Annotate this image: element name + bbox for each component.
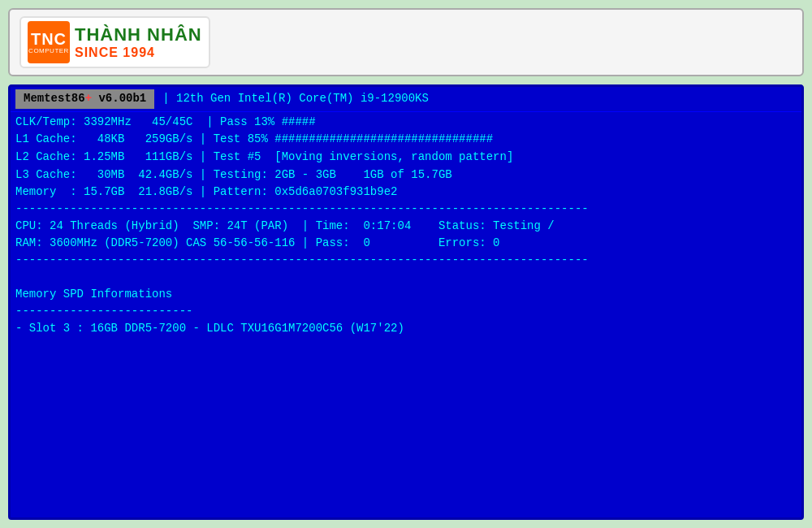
terminal-spd-title: Memory SPD Informations bbox=[15, 286, 797, 304]
terminal-title-right: | 12th Gen Intel(R) Core(TM) i9-12900KS bbox=[154, 89, 437, 109]
brand-name: THÀNH NHÂN bbox=[75, 24, 202, 45]
terminal-line-clk: CLK/Temp: 3392MHz 45/45C | Pass 13% ####… bbox=[15, 114, 797, 132]
terminal-divider-1: ----------------------------------------… bbox=[15, 201, 797, 218]
brand-text: THÀNH NHÂN SINCE 1994 bbox=[75, 24, 202, 60]
outer-wrapper: TNC COMPUTER THÀNH NHÂN SINCE 1994 Memte… bbox=[0, 0, 812, 528]
terminal-line-l2: L2 Cache: 1.25MB 111GB/s | Test #5 [Movi… bbox=[15, 149, 797, 167]
terminal-spd-divider: -------------------------- bbox=[15, 304, 797, 320]
terminal-line-l1: L1 Cache: 48KB 259GB/s | Test 85% ######… bbox=[15, 131, 797, 149]
computer-text: COMPUTER bbox=[28, 48, 69, 55]
terminal-body: CLK/Temp: 3392MHz 45/45C | Pass 13% ####… bbox=[11, 112, 801, 340]
terminal-line-cpu: CPU: 24 Threads (Hybrid) SMP: 24T (PAR) … bbox=[15, 218, 797, 236]
brand-since: SINCE 1994 bbox=[75, 45, 202, 60]
terminal-header-row: Memtest86+ v6.00b1 | 12th Gen Intel(R) C… bbox=[11, 87, 801, 112]
terminal-screen: Memtest86+ v6.00b1 | 12th Gen Intel(R) C… bbox=[8, 84, 804, 520]
tnc-logo: TNC COMPUTER bbox=[28, 21, 70, 63]
terminal-spd-slot: - Slot 3 : 16GB DDR5-7200 - LDLC TXU16G1… bbox=[15, 320, 797, 338]
terminal-line-memory: Memory : 15.7GB 21.8GB/s | Pattern: 0x5d… bbox=[15, 184, 797, 201]
terminal-line-l3: L3 Cache: 30MB 42.4GB/s | Testing: 2GB -… bbox=[15, 167, 797, 184]
terminal-title-left: Memtest86+ v6.00b1 bbox=[15, 89, 154, 109]
terminal-blank bbox=[15, 269, 797, 287]
logo-box: TNC COMPUTER THÀNH NHÂN SINCE 1994 bbox=[19, 16, 210, 68]
tnc-text: TNC bbox=[31, 30, 67, 48]
header-area: TNC COMPUTER THÀNH NHÂN SINCE 1994 bbox=[8, 8, 804, 76]
terminal-line-ram: RAM: 3600MHz (DDR5-7200) CAS 56-56-56-11… bbox=[15, 235, 797, 253]
terminal-divider-2: ----------------------------------------… bbox=[15, 253, 797, 269]
